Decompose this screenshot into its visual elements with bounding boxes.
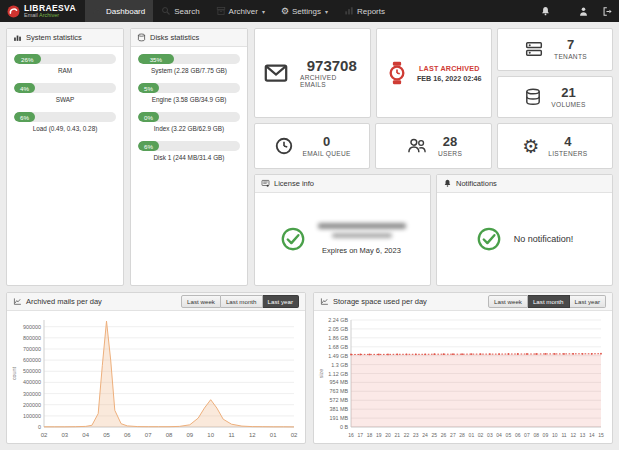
volumes-count: 21 (561, 86, 575, 100)
check-circle-icon (280, 226, 306, 252)
svg-text:03: 03 (487, 432, 493, 438)
brand-subtitle: Email Archiver (24, 13, 76, 19)
svg-text:07: 07 (145, 432, 152, 438)
search-icon (161, 6, 171, 16)
svg-text:02: 02 (41, 432, 48, 438)
svg-text:06: 06 (515, 432, 521, 438)
storage-space-chart-header: Storage space used per day Last week Las… (314, 293, 612, 311)
nav-item-label: Reports (357, 7, 385, 16)
storage-space-chart-card: Storage space used per day Last week Las… (313, 292, 613, 444)
progress-bar: 35% (138, 54, 240, 64)
brand[interactable]: LIBRAESVA Email Archiver (0, 0, 85, 22)
progress-fill: 26% (14, 54, 41, 64)
license-info-card: License info Expires on May 6, 2023 (254, 174, 431, 286)
nav-item-search[interactable]: Search (153, 0, 207, 22)
svg-text:20: 20 (385, 432, 391, 438)
card-title: Disks statistics (150, 33, 199, 42)
stat-text: 0 EMAIL QUEUE (303, 135, 351, 157)
progress-fill: 4% (14, 83, 35, 93)
last-year-button[interactable]: Last year (263, 295, 299, 308)
check-circle-icon (476, 226, 502, 252)
svg-text:09: 09 (186, 432, 193, 438)
svg-text:07: 07 (524, 432, 530, 438)
svg-text:02: 02 (478, 432, 484, 438)
svg-text:954 MB: 954 MB (329, 379, 348, 385)
settings-gear-icon: ⚙ (281, 6, 289, 16)
nav-item-dashboard[interactable]: Dashboard (85, 0, 153, 22)
disks-statistics-body: 35% System (2.28 GB/7.75 GB) 5% Engine (… (131, 47, 247, 163)
last-week-button[interactable]: Last week (181, 295, 221, 308)
caret-down-icon: ▾ (325, 8, 328, 15)
nav-item-archiver[interactable]: Archiver ▾ (208, 0, 273, 22)
listeners-label: LISTENERS (548, 150, 587, 157)
volumes-card: 21 VOLUMES (497, 76, 613, 119)
watch-icon (386, 60, 408, 86)
progress-label: Load (0.49, 0.43, 0.28) (14, 125, 116, 132)
progress-label: System (2.28 GB/7.75 GB) (138, 67, 240, 74)
nav-item-reports[interactable]: Reports (336, 0, 393, 22)
progress-bar: 4% (14, 83, 116, 93)
last-year-button[interactable]: Last year (570, 295, 606, 308)
svg-text:04: 04 (82, 432, 89, 438)
svg-text:0 B: 0 B (340, 424, 348, 430)
user-menu-button[interactable] (571, 0, 595, 22)
svg-text:02: 02 (291, 432, 298, 438)
last-month-button[interactable]: Last month (221, 295, 263, 308)
svg-text:16: 16 (348, 432, 354, 438)
nav-item-label: Search (174, 7, 199, 16)
volumes-label: VOLUMES (551, 101, 585, 108)
email-queue-label: EMAIL QUEUE (303, 150, 351, 157)
range-button-group: Last week Last month Last year (181, 295, 299, 308)
svg-text:12: 12 (570, 432, 576, 438)
users-count: 28 (443, 135, 457, 149)
system-statistics-body: 26% RAM 4% SWAP 6% Load (0.49, 0.43, 0.2… (7, 47, 123, 134)
system-statistics-card: System statistics 26% RAM 4% SWAP 6% Loa… (6, 28, 124, 286)
bar-chart-icon (13, 33, 22, 42)
svg-text:18: 18 (367, 432, 373, 438)
archived-emails-count: 973708 (307, 58, 357, 74)
progress-bar: 0% (138, 112, 240, 122)
caret-down-icon: ▾ (262, 8, 265, 15)
last-archived-date: FEB 16, 2022 02:46 (417, 74, 482, 83)
svg-text:800000: 800000 (23, 335, 41, 341)
disk-engine-usage: 5% Engine (3.58 GB/34.9 GB) (131, 76, 247, 103)
last-archived-card: LAST ARCHIVED FEB 16, 2022 02:46 (376, 28, 493, 118)
users-label: USERS (438, 150, 462, 157)
last-month-button[interactable]: Last month (528, 295, 570, 308)
svg-text:1.12 GB: 1.12 GB (328, 371, 348, 377)
load-usage: 6% Load (0.49, 0.43, 0.28) (7, 105, 123, 132)
stat-text: LAST ARCHIVED FEB 16, 2022 02:46 (417, 64, 482, 83)
svg-text:08: 08 (166, 432, 173, 438)
redacted-text-line (318, 223, 406, 229)
stat-cards-column: 973708 ARCHIVED EMAILS LAST ARCHIVED FEB… (254, 28, 613, 286)
disk-icon (137, 33, 146, 42)
line-chart-icon (320, 297, 329, 306)
notifications-header: Notifications (437, 175, 612, 193)
svg-text:21: 21 (395, 432, 401, 438)
card-title: System statistics (26, 33, 82, 42)
listeners-card: ⚙ 4 LISTENERS (497, 123, 613, 169)
svg-text:763 MB: 763 MB (329, 388, 348, 394)
notifications-bell-button[interactable] (533, 0, 557, 22)
svg-text:size: size (318, 369, 324, 379)
license-expiry: Expires on May 6, 2023 (322, 246, 401, 255)
server-stack-icon (523, 40, 545, 58)
last-archived-title: LAST ARCHIVED (419, 64, 480, 73)
nav-item-settings[interactable]: ⚙ Settings ▾ (273, 0, 336, 22)
logout-button[interactable] (595, 0, 619, 22)
stat-text: 21 VOLUMES (551, 86, 585, 108)
last-week-button[interactable]: Last week (488, 295, 528, 308)
reports-icon (344, 6, 354, 16)
disks-statistics-header: Disks statistics (131, 29, 247, 47)
svg-text:1.68 GB: 1.68 GB (328, 344, 348, 350)
tenants-card: 7 TENANTS (497, 28, 613, 71)
progress-fill: 0% (138, 112, 159, 122)
progress-label: Disk 1 (244 MB/31.4 GB) (138, 154, 240, 161)
chart-title: Archived mails per day (26, 297, 102, 306)
svg-text:2.05 GB: 2.05 GB (328, 326, 348, 332)
svg-text:22: 22 (404, 432, 410, 438)
progress-label: Engine (3.58 GB/34.9 GB) (138, 96, 240, 103)
progress-bar: 26% (14, 54, 116, 64)
svg-text:2.24 GB: 2.24 GB (328, 317, 348, 323)
svg-text:25: 25 (432, 432, 438, 438)
